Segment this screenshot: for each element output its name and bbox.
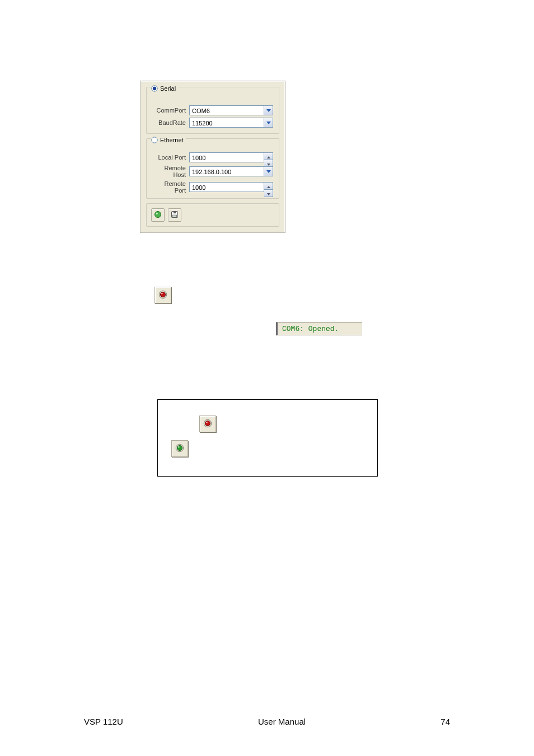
localport-label: Local Port — [152, 154, 186, 161]
serial-radio[interactable]: Serial — [151, 85, 178, 92]
chevron-up-icon — [267, 183, 270, 189]
svg-point-1 — [153, 87, 156, 90]
remotehost-dropdown-button[interactable] — [264, 166, 273, 176]
remoteport-stepper[interactable] — [264, 182, 273, 192]
connect-button-red-illustration — [154, 287, 171, 304]
red-dot-icon — [203, 419, 212, 430]
svg-point-3 — [155, 212, 161, 218]
chevron-down-icon — [266, 168, 271, 175]
status-text: COM6: Opened. — [282, 325, 339, 333]
connection-settings-panel: Serial CommPort COM6 BaudRate 115200 — [140, 81, 285, 233]
commport-label: CommPort — [152, 107, 186, 114]
explain-row-red — [199, 416, 364, 432]
green-dot-icon — [175, 444, 184, 454]
chevron-down-icon — [266, 107, 271, 114]
svg-point-13 — [206, 422, 208, 423]
localport-input[interactable]: 1000 — [189, 152, 264, 162]
remoteport-input[interactable]: 1000 — [189, 182, 264, 192]
status-bar: COM6: Opened. — [276, 322, 362, 335]
commport-input[interactable]: COM6 — [189, 105, 264, 115]
baudrate-input[interactable]: 115200 — [189, 118, 264, 128]
remotehost-input[interactable]: 192.168.0.100 — [189, 166, 264, 176]
svg-point-12 — [205, 421, 210, 426]
svg-point-2 — [152, 137, 157, 143]
serial-label: Serial — [160, 85, 176, 92]
green-dot-icon — [154, 211, 162, 220]
ethernet-group: Ethernet Local Port 1000 Remote Host 192… — [146, 138, 279, 199]
radio-selected-icon — [151, 85, 158, 92]
save-button[interactable] — [168, 208, 181, 222]
connect-button[interactable] — [151, 208, 165, 222]
footer-center: User Manual — [258, 717, 306, 726]
connect-button-red — [199, 416, 216, 432]
remoteport-label: Remote Port — [152, 180, 186, 194]
serial-group: Serial CommPort COM6 BaudRate 115200 — [146, 87, 279, 134]
footer-left: VSP 112U — [84, 717, 123, 726]
connect-button-explanation — [157, 399, 378, 477]
chevron-down-icon — [266, 119, 271, 126]
explain-row-green — [171, 440, 364, 457]
baudrate-dropdown-button[interactable] — [264, 118, 273, 128]
svg-point-9 — [161, 292, 166, 297]
chevron-down-icon — [267, 190, 270, 197]
radio-unselected-icon — [151, 137, 158, 143]
ethernet-radio[interactable]: Ethernet — [151, 137, 186, 143]
baudrate-label: BaudRate — [152, 119, 186, 126]
connect-button-green — [171, 440, 188, 457]
svg-point-15 — [177, 445, 182, 450]
svg-point-10 — [161, 293, 163, 295]
page-footer: VSP 112U User Manual 74 — [0, 717, 534, 726]
commport-dropdown-button[interactable] — [264, 105, 273, 115]
svg-point-4 — [156, 213, 158, 214]
save-icon — [171, 211, 179, 220]
red-dot-icon — [158, 290, 167, 300]
svg-rect-7 — [173, 215, 177, 217]
ethernet-label: Ethernet — [160, 137, 184, 143]
localport-stepper[interactable] — [264, 152, 273, 162]
svg-rect-6 — [174, 212, 176, 213]
toolbar-group — [146, 203, 279, 227]
remotehost-label: Remote Host — [152, 165, 186, 178]
footer-right: 74 — [441, 717, 450, 726]
svg-point-16 — [178, 446, 180, 448]
chevron-up-icon — [267, 153, 270, 160]
